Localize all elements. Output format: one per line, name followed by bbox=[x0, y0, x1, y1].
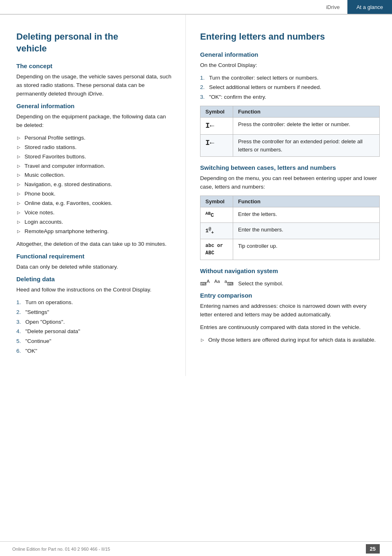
function-cell: Enter the numbers. bbox=[233, 222, 380, 239]
list-item: Only those letters are offered during in… bbox=[200, 336, 380, 345]
section-entry-comparison: Entry comparison Entering names and addr… bbox=[200, 292, 380, 345]
left-page-title: Deleting personal in the vehicle bbox=[16, 31, 173, 54]
text-general-info-right: On the Control Display: bbox=[200, 61, 380, 70]
heading-deleting-data: Deleting data bbox=[16, 276, 173, 282]
text-switching-cases: Depending on the menu, you can reel betw… bbox=[200, 174, 380, 191]
function-cell: Press the controller for an extended per… bbox=[233, 135, 380, 157]
list-item: Travel and computer information. bbox=[16, 162, 173, 171]
list-item: 4."Delete personal data" bbox=[16, 327, 173, 336]
list-item: 2.Select additional letters or numbers i… bbox=[200, 83, 380, 92]
list-item: 6."OK" bbox=[16, 347, 173, 356]
symbol-cell: I← bbox=[200, 118, 233, 135]
function-cell: Tip controller up. bbox=[233, 239, 380, 260]
section-switching-cases: Switching between cases, letters and num… bbox=[200, 164, 380, 260]
text-general-info-2: Altogether, the deletion of the data can… bbox=[16, 240, 173, 249]
list-item: Music collection. bbox=[16, 171, 173, 180]
section-the-concept: The concept Depending on the usage, the … bbox=[16, 62, 173, 98]
general-info-bullet-list: Personal Profile settings. Stored radio … bbox=[16, 134, 173, 236]
heading-switching-cases: Switching between cases, letters and num… bbox=[200, 164, 380, 171]
main-content: Deleting personal in the vehicle The con… bbox=[0, 15, 392, 376]
heading-general-information: General information bbox=[16, 102, 173, 109]
heading-without-navigation: Without navigation system bbox=[200, 267, 380, 274]
section-functional-requirement: Functional requirement Data can only be … bbox=[16, 253, 173, 271]
text-general-information: Depending on the equipment package, the … bbox=[16, 113, 173, 130]
deleting-data-steps: 1.Turn on operations. 2."Settings" 3.Ope… bbox=[16, 298, 173, 356]
page-footer: Online Edition for Part no. 01 40 2 960 … bbox=[0, 541, 392, 556]
text-the-concept: Depending on the usage, the vehicle save… bbox=[16, 73, 173, 98]
heading-functional-requirement: Functional requirement bbox=[16, 253, 173, 260]
text-deleting-data: Heed and follow the instructions on the … bbox=[16, 286, 173, 294]
list-item: Personal Profile settings. bbox=[16, 134, 173, 142]
header-at-a-glance-label: At a glance bbox=[347, 0, 392, 14]
list-item: 3.Open "Options". bbox=[16, 318, 173, 327]
table-row: I← Press the controller: delete the lett… bbox=[200, 118, 380, 135]
text-without-navigation: ⌨A Aa a⌨ Select the symbol. bbox=[200, 278, 380, 288]
symbol-function-table-2: Symbol Function ABC Enter the letters. 1… bbox=[200, 196, 380, 260]
text-entry-comparison-2: Entries are continuously compared with d… bbox=[200, 323, 380, 332]
table-header-function: Function bbox=[233, 106, 380, 118]
heading-the-concept: The concept bbox=[16, 62, 173, 69]
list-item: Phone book. bbox=[16, 190, 173, 198]
left-column: Deleting personal in the vehicle The con… bbox=[0, 15, 186, 376]
table-row: abc or ABC Tip controller up. bbox=[200, 239, 380, 260]
symbol-cell: I← bbox=[200, 135, 233, 157]
symbol-cell: abc or ABC bbox=[200, 239, 233, 260]
heading-entry-comparison: Entry comparison bbox=[200, 292, 380, 299]
list-item: RemoteApp smartphone tethering. bbox=[16, 227, 173, 236]
list-item: Online data, e.g. Favorites, cookies. bbox=[16, 199, 173, 208]
footer-text: Online Edition for Part no. 01 40 2 960 … bbox=[12, 547, 110, 552]
text-entry-comparison-1: Entering names and addresses: choice is … bbox=[200, 302, 380, 319]
function-cell: Press the controller: delete the letter … bbox=[233, 118, 380, 135]
function-cell: Enter the letters. bbox=[233, 207, 380, 223]
header-idrive-label: iDrive bbox=[319, 0, 347, 14]
list-item: 1.Turn on operations. bbox=[16, 298, 173, 307]
section-without-navigation: Without navigation system ⌨A Aa a⌨ Selec… bbox=[200, 267, 380, 288]
list-item: 1.Turn the controller: select letters or… bbox=[200, 74, 380, 82]
right-column: Entering letters and numbers General inf… bbox=[186, 15, 392, 376]
list-item: Stored radio stations. bbox=[16, 143, 173, 152]
general-info-right-steps: 1.Turn the controller: select letters or… bbox=[200, 74, 380, 102]
section-deleting-data: Deleting data Heed and follow the instru… bbox=[16, 276, 173, 356]
table-header-symbol: Symbol bbox=[200, 196, 233, 207]
table-row: ABC Enter the letters. bbox=[200, 207, 380, 223]
table-header-symbol: Symbol bbox=[200, 106, 233, 118]
symbol-cell: 1@+ bbox=[200, 222, 233, 239]
page-header: iDrive At a glance bbox=[0, 0, 392, 15]
entry-comparison-bullets: Only those letters are offered during in… bbox=[200, 336, 380, 345]
table-header-function: Function bbox=[233, 196, 380, 207]
table-row: I← Press the controller for an extended … bbox=[200, 135, 380, 157]
page-number: 25 bbox=[366, 544, 380, 554]
list-item: Stored Favorites buttons. bbox=[16, 153, 173, 161]
symbol-cell: ABC bbox=[200, 207, 233, 223]
text-functional-requirement: Data can only be deleted while stationar… bbox=[16, 263, 173, 271]
symbol-function-table-1: Symbol Function I← Press the controller:… bbox=[200, 106, 380, 157]
right-page-title: Entering letters and numbers bbox=[200, 31, 380, 43]
list-item: Login accounts. bbox=[16, 218, 173, 227]
list-item: Voice notes. bbox=[16, 209, 173, 217]
list-item: 3."OK": confirm the entry. bbox=[200, 93, 380, 102]
table-row: 1@+ Enter the numbers. bbox=[200, 222, 380, 239]
list-item: Navigation, e.g. stored destinations. bbox=[16, 180, 173, 189]
heading-general-info-right: General information bbox=[200, 51, 380, 58]
list-item: 2."Settings" bbox=[16, 308, 173, 317]
section-general-information: General information Depending on the equ… bbox=[16, 102, 173, 249]
list-item: 5."Continue" bbox=[16, 337, 173, 346]
section-general-info-right: General information On the Control Displ… bbox=[200, 51, 380, 157]
